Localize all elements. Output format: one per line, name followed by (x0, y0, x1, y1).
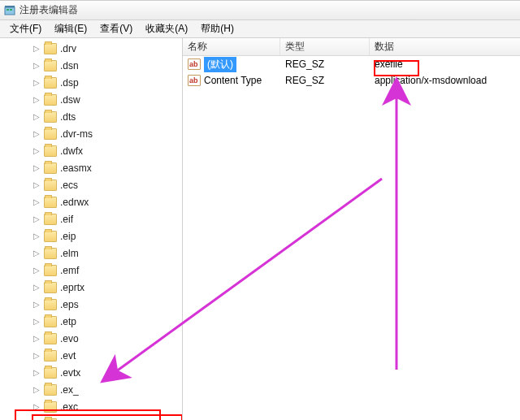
expander-icon[interactable]: ▷ (32, 403, 41, 411)
expander-icon[interactable]: ▷ (32, 164, 41, 172)
expander-icon[interactable]: ▷ (32, 62, 41, 70)
tree-item-evt[interactable]: ▷.evt (32, 347, 182, 364)
folder-icon (44, 282, 57, 293)
tree-item-label: .dts (60, 111, 76, 123)
tree-item-eif[interactable]: ▷.eif (32, 210, 182, 227)
tree-item-dsn[interactable]: ▷.dsn (32, 57, 182, 74)
tree-item-label: .ex_ (60, 384, 79, 396)
tree-item-dts[interactable]: ▷.dts (32, 108, 182, 125)
tree-list: ▷.drv▷.dsn▷.dsp▷.dsw▷.dts▷.dvr-ms▷.dwfx▷… (0, 40, 182, 420)
folder-icon (44, 77, 57, 89)
reg-string-icon (188, 58, 201, 70)
tree-item-dvr-ms[interactable]: ▷.dvr-ms (32, 125, 182, 142)
folder-icon (44, 333, 57, 344)
cell-name: Content Type (183, 75, 280, 86)
expander-icon[interactable]: ▷ (32, 335, 41, 343)
reg-string-icon (188, 75, 201, 86)
folder-icon (44, 162, 57, 174)
folder-icon (44, 180, 57, 191)
tree-item-dwfx[interactable]: ▷.dwfx (32, 142, 182, 159)
expander-icon[interactable]: ▷ (32, 318, 41, 326)
expander-icon[interactable]: ▷ (32, 96, 41, 104)
svg-rect-0 (5, 7, 15, 15)
expander-icon[interactable]: ▷ (32, 215, 41, 223)
tree-item-label: .ecs (60, 180, 78, 191)
tree-item-exc[interactable]: ▷.exc (32, 398, 182, 415)
tree-item-label: .drv (60, 43, 76, 54)
tree-item-easmx[interactable]: ▷.easmx (32, 159, 182, 176)
tree-item-label: .dsw (60, 94, 80, 106)
tree-item-etp[interactable]: ▷.etp (32, 313, 182, 330)
cell-type: REG_SZ (280, 58, 370, 70)
cell-data: exefile (370, 58, 520, 70)
tree-item-dsw[interactable]: ▷.dsw (32, 91, 182, 108)
tree-item-label: .dwfx (60, 145, 83, 157)
expander-icon[interactable]: ▷ (32, 369, 41, 377)
tree-item-eprtx[interactable]: ▷.eprtx (32, 279, 182, 296)
tree-item-label: .eif (60, 214, 73, 225)
list-row[interactable]: (默认)REG_SZexefile (183, 56, 520, 72)
tree-item-ex_[interactable]: ▷.ex_ (32, 381, 182, 398)
tree-item-label: .etp (60, 316, 76, 327)
column-header-name[interactable]: 名称 (183, 38, 280, 55)
list-body[interactable]: (默认)REG_SZexefileContent TypeREG_SZappli… (183, 56, 520, 420)
tree-item-ecs[interactable]: ▷.ecs (32, 176, 182, 193)
menu-view[interactable]: 查看(V) (93, 20, 139, 37)
tree-item-label: .eps (60, 299, 79, 310)
menu-help[interactable]: 帮助(H) (194, 20, 240, 37)
folder-icon (44, 248, 57, 259)
expander-icon[interactable]: ▷ (32, 301, 41, 309)
folder-icon (44, 401, 57, 413)
list-row[interactable]: Content TypeREG_SZapplication/x-msdownlo… (183, 72, 520, 89)
tree-item-eps[interactable]: ▷.eps (32, 296, 182, 313)
expander-icon[interactable]: ▷ (32, 130, 41, 138)
tree-item-edrwx[interactable]: ▷.edrwx (32, 193, 182, 210)
expander-icon[interactable]: ▷ (32, 386, 41, 394)
svg-rect-1 (5, 6, 15, 7)
tree-item-label: .easmx (60, 162, 92, 174)
expander-icon[interactable]: ▷ (32, 181, 41, 189)
value-name: (默认) (204, 57, 236, 72)
expander-icon[interactable]: ▷ (32, 352, 41, 360)
tree-item-evtx[interactable]: ▷.evtx (32, 364, 182, 381)
tree-item-exe[interactable]: ▷.exe (32, 415, 182, 420)
window-title: 注册表编辑器 (20, 3, 78, 17)
folder-icon (44, 214, 57, 225)
expander-icon[interactable]: ▷ (32, 284, 41, 292)
tree-item-label: .eprtx (60, 282, 84, 293)
content-area: ▷.drv▷.dsn▷.dsp▷.dsw▷.dts▷.dvr-ms▷.dwfx▷… (0, 38, 520, 420)
regedit-window: 注册表编辑器 文件(F) 编辑(E) 查看(V) 收藏夹(A) 帮助(H) ▷.… (0, 0, 520, 420)
tree-item-dsp[interactable]: ▷.dsp (32, 74, 182, 91)
tree-item-eip[interactable]: ▷.eip (32, 227, 182, 245)
menu-file[interactable]: 文件(F) (3, 20, 48, 37)
folder-icon (44, 128, 57, 140)
expander-icon[interactable]: ▷ (32, 79, 41, 87)
tree-item-label: .exc (60, 401, 78, 413)
tree-item-label: .dvr-ms (60, 128, 93, 140)
app-icon (3, 4, 16, 17)
folder-icon (44, 94, 57, 106)
column-header-data[interactable]: 数据 (370, 38, 520, 55)
tree-item-drv[interactable]: ▷.drv (32, 40, 182, 57)
expander-icon[interactable]: ▷ (32, 198, 41, 206)
folder-icon (44, 350, 57, 362)
folder-icon (44, 111, 57, 123)
column-header-type[interactable]: 类型 (280, 38, 370, 55)
cell-type: REG_SZ (280, 75, 370, 86)
expander-icon[interactable]: ▷ (32, 147, 41, 155)
tree-item-label: .dsn (60, 60, 79, 71)
tree-pane[interactable]: ▷.drv▷.dsn▷.dsp▷.dsw▷.dts▷.dvr-ms▷.dwfx▷… (0, 38, 183, 420)
expander-icon[interactable]: ▷ (32, 113, 41, 121)
tree-item-evo[interactable]: ▷.evo (32, 330, 182, 347)
cell-data: application/x-msdownload (370, 75, 520, 86)
expander-icon[interactable]: ▷ (32, 249, 41, 258)
folder-icon (44, 367, 57, 379)
tree-item-label: .evtx (60, 367, 80, 379)
menu-favorites[interactable]: 收藏夹(A) (139, 20, 194, 37)
tree-item-emf[interactable]: ▷.emf (32, 262, 182, 279)
menu-edit[interactable]: 编辑(E) (48, 20, 93, 37)
expander-icon[interactable]: ▷ (32, 266, 41, 275)
expander-icon[interactable]: ▷ (32, 232, 41, 240)
tree-item-elm[interactable]: ▷.elm (32, 245, 182, 262)
expander-icon[interactable]: ▷ (32, 45, 41, 53)
